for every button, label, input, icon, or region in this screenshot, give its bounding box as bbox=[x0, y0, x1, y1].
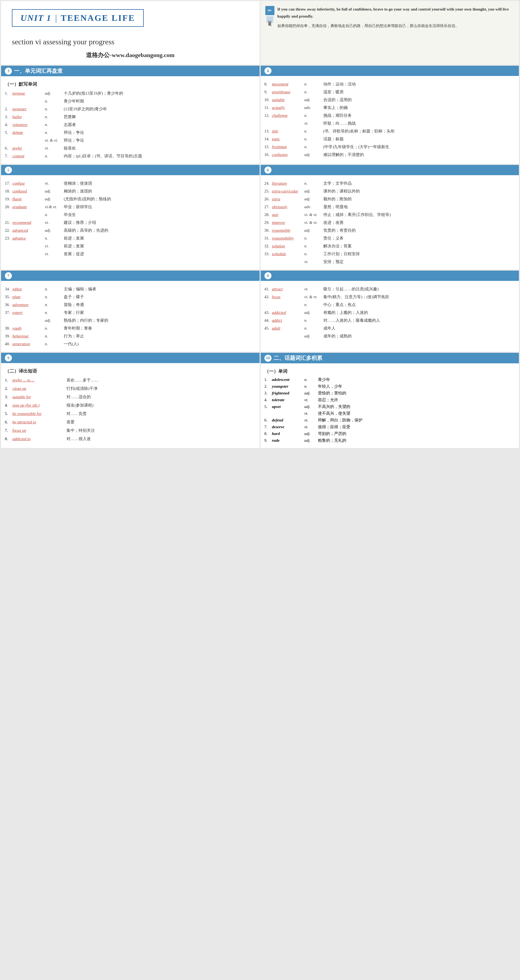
list-item: 8. hard adj. 苛刻的；严厉的 bbox=[265, 431, 515, 436]
vocab-list-8: 41. attract vt. 吸引；引起……的注意(或兴趣) 42. focu… bbox=[265, 286, 515, 339]
section-title: section vi assessing your progress bbox=[12, 38, 249, 46]
phrase-list-9: 1. prefer ... to ... 喜欢……多于…… 2. clean u… bbox=[5, 377, 256, 442]
section-6-content: 24. literature n. 文学；文学作品 25. extra-curr… bbox=[261, 178, 519, 265]
section-9-header: 9 bbox=[1, 353, 260, 363]
cell-5: 5 17. confuse vt. 使糊涂；使迷惑 18. confused a… bbox=[1, 165, 260, 269]
list-item: vt. 发展；促进 bbox=[5, 251, 256, 257]
list-item: 21. recommend vt. 建议；推荐；介绍 bbox=[5, 219, 256, 226]
section-6-num: 6 bbox=[265, 167, 271, 173]
section-6-header: 6 bbox=[261, 165, 519, 175]
list-item: 28. quit vi. & vt. 停止；戒掉；离开(工作职位、学校等) bbox=[265, 212, 515, 218]
list-item: 31. responsibility n. 责任；义务 bbox=[265, 235, 515, 242]
vocab-list-5: 17. confuse vt. 使糊涂；使迷惑 18. confused adj… bbox=[5, 180, 256, 257]
section-5-header: 5 bbox=[1, 165, 260, 175]
list-item: 27. obviously adv. 显然；明显地 bbox=[265, 204, 515, 210]
list-item: 19. fluent adj. (尤指外语)流利的；熟练的 bbox=[5, 196, 256, 202]
vocab-list-7: 34. editor n. 主编；编辑；编者 35. plate n. 盘子；碟… bbox=[5, 286, 256, 347]
list-item: 7. focus on 集中；特别关注 bbox=[5, 427, 256, 434]
quote-chinese: 如果你能扔掉自卑，充满自信，勇敢地走自己的路，用自己的想法来驾驭自己，那么你就会… bbox=[277, 22, 515, 29]
unit-title-box: UNIT 1 | TEENAGE LIFE bbox=[12, 9, 144, 27]
website: 道格办公-www.daogebangong.com bbox=[12, 51, 249, 59]
section-4-content: 8. movement n. 动作；运动；活动 9. greenhouse n.… bbox=[261, 79, 519, 158]
section-3-num: 3 bbox=[5, 68, 12, 75]
vocab-list-3: 1. teenage adj. 十几岁的(指13至19岁)；青少年的 n. 青少… bbox=[5, 90, 256, 159]
cell-4: 4 8. movement n. 动作；运动；活动 9. greenhouse … bbox=[261, 66, 519, 164]
list-item: 33. schedule n. 工作计划；日程安排 bbox=[265, 251, 515, 257]
list-item: 44. addict n. 对……入迷的人；吸毒成瘾的人 bbox=[265, 317, 515, 324]
list-item: 5. be responsible for 对……负责 bbox=[5, 410, 256, 417]
section-3-header: 3 一、单元词汇再盘查 bbox=[1, 66, 260, 76]
list-item: 7. deserve vt. 值得；应得；应受 bbox=[265, 425, 515, 430]
list-item: 25. extra-curricular adj. 课外的；课程以外的 bbox=[265, 188, 515, 194]
list-item: n. 中心；重点；焦点 bbox=[265, 301, 515, 308]
cell-3: 3 一、单元词汇再盘查 （一）默写单词 1. teenage adj. 十几岁的… bbox=[1, 66, 260, 164]
section-3-title: 一、单元词汇再盘查 bbox=[14, 67, 63, 75]
list-item: 41. attract vt. 吸引；引起……的注意(或兴趣) bbox=[265, 286, 515, 292]
cell-6: 6 24. literature n. 文学；文学作品 25. extra-cu… bbox=[261, 165, 519, 269]
list-item: 37. expert n. 专家；行家 bbox=[5, 309, 256, 316]
section-9-content: （二）译出短语 1. prefer ... to ... 喜欢……多于…… 2.… bbox=[1, 366, 260, 442]
subsection-10-title: （一）单词 bbox=[265, 368, 515, 374]
list-item: 36. adventure n. 冒险；奇遇 bbox=[5, 301, 256, 308]
list-item: 4. sign up (for sth.) 报名(参加课程) bbox=[5, 402, 256, 409]
list-item: 1. teenage adj. 十几岁的(指13至19岁)；青少年的 bbox=[5, 90, 256, 97]
section-4-header: 4 bbox=[261, 66, 519, 76]
list-item: 14. topic n. 话题；标题 bbox=[265, 136, 515, 142]
list-item: 1. prefer ... to ... 喜欢……多于…… bbox=[5, 377, 256, 383]
list-item: 40. generation n. 一代(人) bbox=[5, 340, 256, 347]
list-item: 7. content n. 内容；(pl.)目录；(书、讲话、节目等的)主题 bbox=[5, 153, 256, 159]
cell-quote: ✏ 写背金句 If you can throw away inferiority… bbox=[261, 1, 519, 65]
list-item: 32. solution n. 解决办法；答案 bbox=[265, 243, 515, 249]
list-item: 22. advanced adj. 高级的；高等的；先进的 bbox=[5, 227, 256, 234]
list-item: 16. confusing adj. 难以理解的；不清楚的 bbox=[265, 151, 515, 158]
section-5-content: 17. confuse vt. 使糊涂；使迷惑 18. confused adj… bbox=[1, 178, 260, 257]
list-item: 26. extra adj. 额外的；附加的 bbox=[265, 196, 515, 202]
section-9-num: 9 bbox=[5, 355, 12, 361]
list-item: 1. adolescent n. 青少年 bbox=[265, 377, 515, 382]
cell-10: 10 二、话题词汇多积累 （一）单词 1. adolescent n. 青少年 … bbox=[261, 353, 519, 448]
subsection-9-title: （二）译出短语 bbox=[5, 368, 256, 374]
list-item: n. 毕业生 bbox=[5, 212, 256, 218]
list-item: 3. ballet n. 芭蕾舞 bbox=[5, 113, 256, 120]
list-item: 11. actually adv. 事实上；的确 bbox=[265, 104, 515, 111]
list-item: 43. addicted adj. 有瘾的；上瘾的；入迷的 bbox=[265, 309, 515, 316]
section-5-num: 5 bbox=[5, 167, 12, 173]
list-item: 4. volunteer n. 志愿者 bbox=[5, 121, 256, 128]
cell-9: 9 （二）译出短语 1. prefer ... to ... 喜欢……多于…… … bbox=[1, 353, 260, 448]
list-item: 10. suitable adj. 合适的；适用的 bbox=[265, 97, 515, 103]
list-item: 2. youngster n. 年轻人，少年 bbox=[265, 384, 515, 389]
cell-title: UNIT 1 | TEENAGE LIFE section vi assessi… bbox=[1, 1, 260, 65]
list-item: vt. 怀疑；向……挑战 bbox=[265, 120, 515, 127]
list-item: 13. title n. (书、诗歌等的)名称；标题；职称；头衔 bbox=[265, 128, 515, 134]
list-item: 3. suitable for 对……适合的 bbox=[5, 394, 256, 400]
list-item: 42. focus vi. & vt. 集中(精力、注意力等)；(使)调节焦距 bbox=[265, 294, 515, 300]
quote-sidebar: ✏ 写背金句 bbox=[265, 6, 275, 23]
list-item: 17. confuse vt. 使糊涂；使迷惑 bbox=[5, 180, 256, 186]
list-item: 8. addicted to 对……很入迷 bbox=[5, 436, 256, 442]
list-item: vt. 使不高兴，使失望 bbox=[265, 411, 515, 416]
list-item: 30. responsible adj. 负责的；有责任的 bbox=[265, 227, 515, 234]
unit-name: TEENAGE LIFE bbox=[61, 13, 135, 23]
list-item: 20. graduate vi.& vt. 毕业；获得学位 bbox=[5, 204, 256, 210]
list-item: 38. youth n. 青年时期；青春 bbox=[5, 325, 256, 331]
list-item: 4. tolerate vt. 容忍；允许 bbox=[265, 398, 515, 402]
section-4-num: 4 bbox=[265, 67, 271, 74]
list-item: 45. adult n. 成年人 bbox=[265, 325, 515, 331]
section-7-content: 34. editor n. 主编；编辑；编者 35. plate n. 盘子；碟… bbox=[1, 284, 260, 347]
section-8-content: 41. attract vt. 吸引；引起……的注意(或兴趣) 42. focu… bbox=[261, 284, 519, 339]
list-item: 9. rude adj. 粗鲁的；无礼的 bbox=[265, 438, 515, 443]
list-item: n. 青少年时期 bbox=[5, 98, 256, 104]
quote-english: If you can throw away inferiority, be fu… bbox=[277, 6, 515, 20]
cell-7: 7 34. editor n. 主编；编辑；编者 35. plate n. 盘子… bbox=[1, 270, 260, 352]
list-item: 12. challenge n. 挑战；艰巨任务 bbox=[265, 112, 515, 119]
topic-list-10: 1. adolescent n. 青少年 2. youngster n. 年轻人… bbox=[265, 377, 515, 443]
list-item: adj. 成年的；成熟的 bbox=[265, 333, 515, 339]
list-item: 39. behaviour n. 行为；举止 bbox=[5, 333, 256, 339]
section-10-num: 10 bbox=[265, 355, 271, 362]
list-item: vi. 前进；发展 bbox=[5, 243, 256, 249]
list-item: 29. improve vi. & vt. 改进；改善 bbox=[265, 219, 515, 226]
quote-icon: ✏ bbox=[265, 6, 274, 15]
section-7-header: 7 bbox=[1, 270, 260, 281]
list-item: adj. 熟练的；内行的；专家的 bbox=[5, 317, 256, 324]
section-3-content: （一）默写单词 1. teenage adj. 十几岁的(指13至19岁)；青少… bbox=[1, 80, 260, 159]
